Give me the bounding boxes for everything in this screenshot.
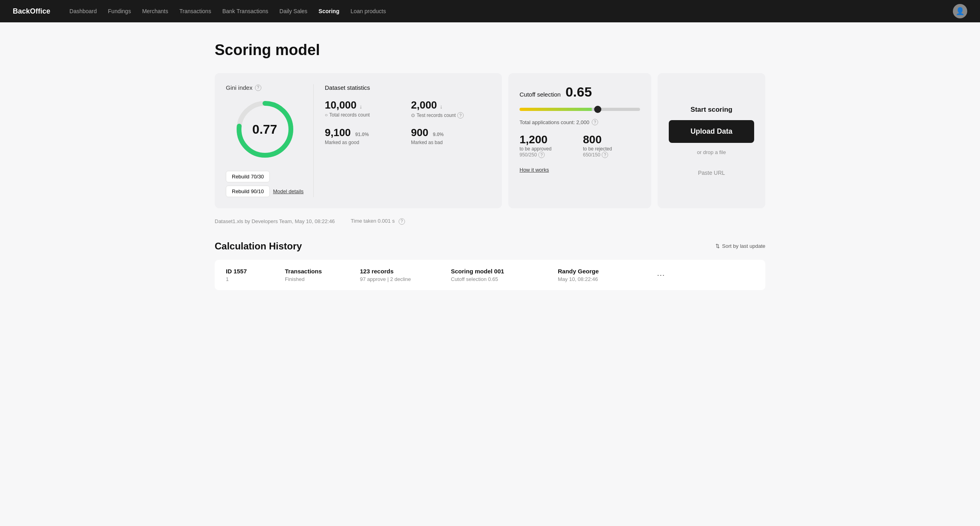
start-scoring-card: Start scoring Upload Data or drop a file… (658, 73, 765, 208)
cutoff-slider-thumb[interactable] (594, 106, 601, 113)
cards-row: Gini index ? 0.77 Rebuild 70/30 Rebuild … (215, 73, 765, 208)
model-details-link[interactable]: Model details (273, 186, 304, 197)
gini-donut: 0.77 (233, 97, 297, 161)
reject-stat: 800 to be rejected 650/150 ? (583, 133, 640, 158)
history-header: Calculation History ⇅ Sort by last updat… (215, 241, 765, 252)
history-id-cell: ID 1557 1 (226, 268, 282, 282)
marked-good-stat: 9,100 91.0% Marked as good (325, 127, 405, 145)
history-title: Calculation History (215, 241, 302, 252)
history-row: ID 1557 1 Transactions Finished 123 reco… (215, 260, 765, 290)
approve-count: 1,200 (520, 133, 577, 146)
page-title: Scoring model (215, 42, 765, 59)
total-records-label: ○Total records count (325, 112, 405, 118)
cutoff-card: Cutoff selection 0.65 Total applications… (508, 73, 651, 208)
total-records-stat: 10,000 ↓ ○Total records count (325, 99, 405, 119)
history-type: Transactions (285, 268, 357, 275)
nav-link-fundings[interactable]: Fundings (108, 8, 131, 14)
nav-link-scoring[interactable]: Scoring (318, 8, 339, 14)
history-records-sub: 97 approve | 2 decline (360, 276, 448, 282)
total-download-icon[interactable]: ↓ (360, 103, 362, 110)
approve-help-icon[interactable]: ? (538, 152, 545, 158)
gini-label: Gini index ? (226, 84, 304, 91)
dataset-section: Dataset statistics 10,000 ↓ ○Total recor… (314, 84, 491, 197)
cutoff-info: Total applications count: 2,000 ? (520, 119, 640, 125)
marked-bad-value: 900 9.0% (411, 127, 491, 139)
gini-help-icon[interactable]: ? (255, 85, 261, 91)
rebuild-90-10-button[interactable]: Rebuild 90/10 (226, 186, 270, 197)
paste-url-label[interactable]: Paste URL (698, 170, 725, 176)
marked-bad-label: Marked as bad (411, 140, 491, 145)
total-records-value: 10,000 ↓ (325, 99, 405, 111)
approve-label: to be approved (520, 146, 577, 152)
history-records: 123 records (360, 268, 448, 275)
cutoff-stats: 1,200 to be approved 950/250 ? 800 to be… (520, 133, 640, 158)
history-more-button[interactable]: ⋯ (649, 270, 665, 280)
nav-link-bank-transactions[interactable]: Bank Transactions (222, 8, 268, 14)
history-id: ID 1557 (226, 268, 282, 275)
avatar[interactable]: 👤 (953, 4, 967, 18)
dataset-grid: 10,000 ↓ ○Total records count 2,000 ↓ (325, 99, 491, 145)
nav-link-dashboard[interactable]: Dashboard (69, 8, 97, 14)
nav-links: Dashboard Fundings Merchants Transaction… (69, 8, 940, 14)
how-it-works-link[interactable]: How it works (520, 167, 549, 173)
cutoff-label: Cutoff selection (520, 91, 561, 98)
navbar: BackOffice Dashboard Fundings Merchants … (0, 0, 980, 22)
test-download-icon[interactable]: ↓ (440, 103, 443, 110)
nav-link-loan-products[interactable]: Loan products (350, 8, 386, 14)
test-records-value: 2,000 ↓ (411, 99, 491, 111)
nav-link-daily-sales[interactable]: Daily Sales (279, 8, 307, 14)
page-content: Scoring model Gini index ? 0.77 (199, 22, 781, 306)
history-user-cell: Randy George May 10, 08:22:46 (558, 268, 646, 282)
history-model-cell: Scoring model 001 Cutoff selection 0.65 (451, 268, 555, 282)
cutoff-value: 0.65 (565, 84, 592, 100)
or-drop-label: or drop a file (697, 149, 726, 155)
sort-icon: ⇅ (715, 243, 720, 249)
test-help-icon[interactable]: ? (457, 112, 464, 119)
start-scoring-title: Start scoring (691, 106, 733, 114)
cutoff-slider-track[interactable] (520, 108, 640, 111)
approve-stat: 1,200 to be approved 950/250 ? (520, 133, 577, 158)
meta-row: Dataset1.xls by Developers Team, May 10,… (215, 218, 765, 225)
test-records-stat: 2,000 ↓ ⊙Test records count ? (411, 99, 491, 119)
marked-good-label: Marked as good (325, 140, 405, 145)
cutoff-header: Cutoff selection 0.65 (520, 84, 640, 100)
reject-label: to be rejected (583, 146, 640, 152)
history-model-sub: Cutoff selection 0.65 (451, 276, 555, 282)
left-card: Gini index ? 0.77 Rebuild 70/30 Rebuild … (215, 73, 502, 208)
nav-link-transactions[interactable]: Transactions (180, 8, 211, 14)
cutoff-help-icon[interactable]: ? (592, 119, 598, 125)
history-user-sub: May 10, 08:22:46 (558, 276, 646, 282)
test-records-label: ⊙Test records count ? (411, 112, 491, 119)
gini-section: Gini index ? 0.77 Rebuild 70/30 Rebuild … (226, 84, 314, 197)
time-taken: Time taken 0.001 s ? (351, 218, 405, 225)
history-records-cell: 123 records 97 approve | 2 decline (360, 268, 448, 282)
upload-data-button[interactable]: Upload Data (669, 120, 754, 143)
history-type-sub: Finished (285, 276, 357, 282)
nav-link-merchants[interactable]: Merchants (142, 8, 168, 14)
reject-help-icon[interactable]: ? (602, 152, 608, 158)
rebuild-70-30-button[interactable]: Rebuild 70/30 (226, 171, 270, 182)
history-model: Scoring model 001 (451, 268, 555, 275)
gini-buttons: Rebuild 70/30 Rebuild 90/10 Model detail… (226, 171, 304, 197)
history-user: Randy George (558, 268, 646, 275)
dataset-title: Dataset statistics (325, 84, 491, 91)
gini-value: 0.77 (252, 122, 277, 137)
approve-sub: 950/250 ? (520, 152, 577, 158)
dataset-info: Dataset1.xls by Developers Team, May 10,… (215, 218, 335, 224)
sort-button[interactable]: ⇅ Sort by last update (715, 243, 765, 249)
reject-sub: 650/150 ? (583, 152, 640, 158)
time-help-icon[interactable]: ? (399, 218, 405, 225)
history-type-cell: Transactions Finished (285, 268, 357, 282)
history-id-sub: 1 (226, 276, 282, 282)
app-logo: BackOffice (13, 7, 50, 16)
marked-bad-stat: 900 9.0% Marked as bad (411, 127, 491, 145)
marked-good-value: 9,100 91.0% (325, 127, 405, 139)
reject-count: 800 (583, 133, 640, 146)
